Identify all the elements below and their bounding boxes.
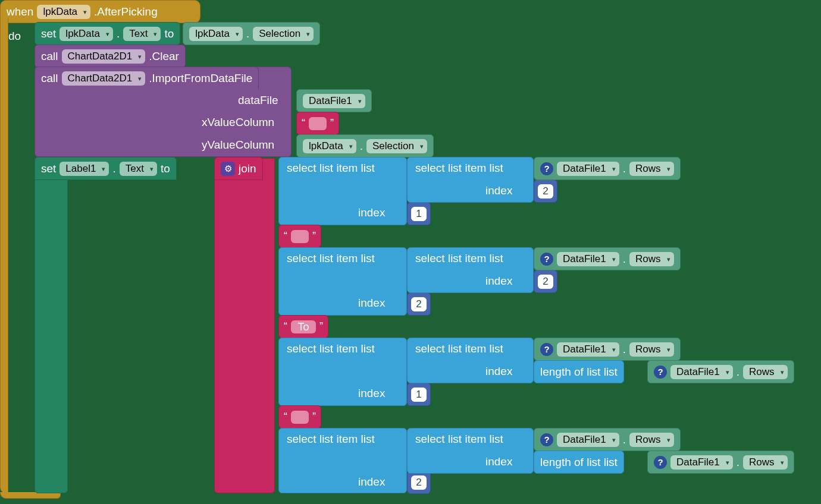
length-block-2[interactable]: length of list list [534, 451, 624, 474]
ycol-component-dropdown[interactable]: lpkData [303, 139, 356, 153]
quote-close: ” [312, 411, 316, 423]
dot: . [623, 162, 626, 175]
rows-get-len1[interactable]: ? DataFile1 . Rows [647, 360, 794, 383]
dot: . [623, 343, 626, 356]
index-val-2b[interactable]: 2 [534, 270, 557, 293]
index-label-1a: index [358, 206, 385, 219]
index-number[interactable]: 1 [411, 207, 427, 221]
call-import-block[interactable]: call ChartData2D1 .ImportFromDataFile [35, 67, 259, 89]
gear-icon[interactable]: ⚙ [221, 162, 235, 176]
index-number[interactable]: 2 [411, 475, 427, 490]
index-val-1a[interactable]: 1 [407, 202, 431, 225]
do-keyword: do [8, 30, 21, 43]
datafile-dropdown[interactable]: DataFile1 [557, 252, 619, 266]
to-keyword: to [164, 27, 174, 40]
rows-get-4[interactable]: ? DataFile1 . Rows [534, 428, 681, 451]
dot: . [623, 433, 626, 446]
get-block-1[interactable]: lpkData . Selection [183, 22, 320, 45]
rows-get-len2[interactable]: ? DataFile1 . Rows [647, 451, 794, 474]
index-label-1b: index [485, 184, 512, 197]
text-value[interactable] [291, 230, 309, 243]
quote-open: “ [284, 411, 287, 423]
rows-dropdown[interactable]: Rows [629, 433, 674, 447]
xcol-text-block[interactable]: “ ” [296, 112, 339, 135]
join-text-1[interactable]: “ ” [278, 225, 321, 248]
call-clear-block[interactable]: call ChartData2D1 .Clear [35, 45, 186, 68]
datafile-dropdown-block[interactable]: DataFile1 [296, 89, 372, 112]
rows-dropdown[interactable]: Rows [743, 455, 788, 470]
index-number[interactable]: 2 [538, 184, 553, 199]
call2-method: .ImportFromDataFile [149, 72, 252, 85]
call2-component-dropdown[interactable]: ChartData2D1 [62, 71, 146, 86]
select-label-3b: select list item list [415, 342, 503, 355]
event-frame-side [0, 18, 8, 493]
help-icon[interactable]: ? [540, 253, 553, 266]
help-icon[interactable]: ? [540, 162, 553, 175]
index-val-3a[interactable]: 1 [407, 383, 431, 406]
event-component-dropdown[interactable]: lpkData [37, 5, 90, 19]
length-label: length of list list [540, 366, 618, 379]
join-keyword: join [239, 162, 256, 175]
help-icon[interactable]: ? [654, 456, 667, 469]
join-body [214, 158, 275, 493]
rows-get-2[interactable]: ? DataFile1 . Rows [534, 247, 681, 270]
select-label-1b: select list item list [415, 162, 503, 175]
dot: . [623, 253, 626, 266]
get1-component-dropdown[interactable]: lpkData [189, 27, 243, 41]
join-text-2[interactable]: “ ” [278, 405, 321, 429]
call1-component-dropdown[interactable]: ChartData2D1 [62, 49, 146, 64]
help-icon[interactable]: ? [540, 343, 553, 356]
rows-dropdown[interactable]: Rows [629, 342, 674, 357]
dot: . [246, 27, 249, 40]
index-label-2a: index [358, 297, 385, 310]
call1-method: .Clear [149, 50, 179, 63]
set2-property-dropdown[interactable]: Text [120, 162, 157, 176]
set2-frame [35, 158, 68, 493]
index-number[interactable]: 2 [411, 297, 427, 311]
set-block-2[interactable]: set Label1 . Text to [35, 157, 177, 180]
set1-property-dropdown[interactable]: Text [123, 27, 161, 41]
event-name: .AfterPicking [94, 5, 158, 18]
set-block-1[interactable]: set lpkData . Text to [35, 22, 180, 45]
index-label-4a: index [358, 475, 385, 489]
text-value[interactable]: To [291, 320, 316, 333]
set2-component-dropdown[interactable]: Label1 [59, 162, 109, 176]
datafile-dropdown[interactable]: DataFile1 [670, 365, 733, 379]
ycol-get-block[interactable]: lpkData . Selection [296, 134, 434, 158]
call-keyword: call [41, 72, 58, 85]
dot: . [737, 366, 739, 379]
help-icon[interactable]: ? [540, 433, 553, 446]
rows-dropdown[interactable]: Rows [629, 162, 674, 176]
join-block[interactable]: ⚙ join [214, 157, 263, 180]
quote-close: ” [312, 230, 316, 242]
set1-component-dropdown[interactable]: lpkData [59, 27, 113, 41]
index-number[interactable]: 2 [538, 275, 553, 289]
select-label-3a: select list item list [287, 342, 375, 355]
select-label-2b: select list item list [415, 252, 503, 265]
datafile-dropdown[interactable]: DataFile1 [557, 433, 619, 447]
index-number[interactable]: 1 [411, 388, 427, 402]
index-val-2a[interactable]: 2 [407, 292, 431, 316]
help-icon[interactable]: ? [654, 366, 667, 379]
rows-dropdown[interactable]: Rows [629, 252, 674, 266]
select-label-4a: select list item list [287, 433, 375, 446]
get1-property-dropdown[interactable]: Selection [253, 27, 314, 41]
rows-dropdown[interactable]: Rows [743, 365, 788, 379]
ycol-property-dropdown[interactable]: Selection [366, 139, 427, 153]
index-val-1b[interactable]: 2 [534, 179, 557, 203]
quote-open: “ [284, 230, 287, 242]
xcol-text[interactable] [309, 117, 327, 130]
text-value[interactable] [291, 411, 309, 424]
index-val-4a[interactable]: 2 [407, 471, 431, 494]
datafile-dropdown[interactable]: DataFile1 [557, 162, 619, 176]
datafile-dropdown[interactable]: DataFile1 [557, 342, 619, 357]
datafile-dropdown[interactable]: DataFile1 [303, 94, 365, 108]
index-label-3a: index [358, 387, 385, 400]
length-block-1[interactable]: length of list list [534, 360, 624, 383]
join-text-to[interactable]: “ To ” [278, 315, 328, 338]
select-label-2a: select list item list [287, 252, 375, 265]
rows-get-1[interactable]: ? DataFile1 . Rows [534, 157, 681, 180]
rows-get-3[interactable]: ? DataFile1 . Rows [534, 338, 681, 361]
datafile-dropdown[interactable]: DataFile1 [670, 455, 733, 470]
event-block[interactable]: when lpkData .AfterPicking [0, 0, 200, 23]
